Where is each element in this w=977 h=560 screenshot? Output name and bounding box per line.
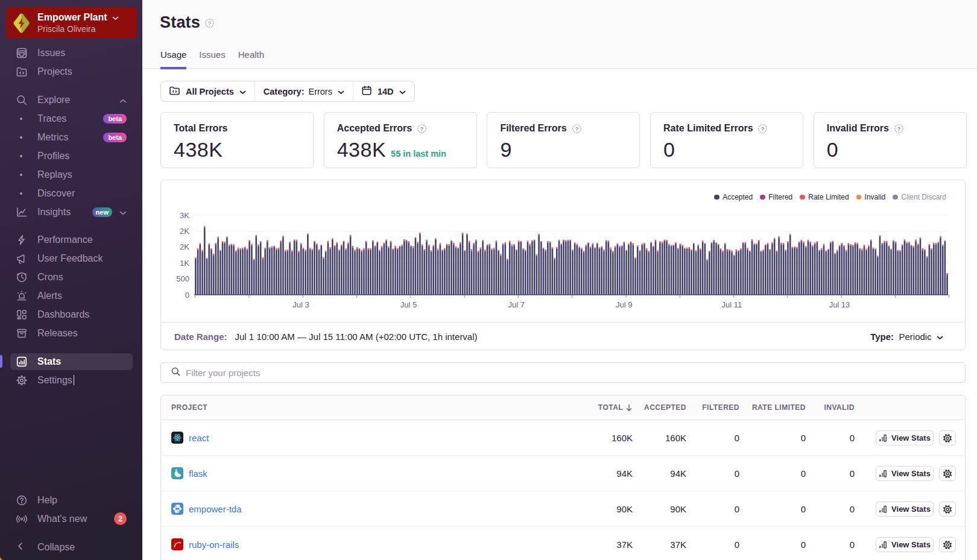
svg-text:500: 500	[176, 274, 189, 283]
svg-text:2K: 2K	[180, 227, 189, 236]
svg-text:?: ?	[575, 125, 578, 131]
svg-text:Jul 3: Jul 3	[292, 300, 309, 309]
svg-text:Jul 7: Jul 7	[508, 300, 524, 309]
svg-text:Jul 5: Jul 5	[400, 300, 417, 309]
svg-text:Jul 13: Jul 13	[829, 300, 850, 309]
svg-text:Jul 11: Jul 11	[722, 300, 742, 309]
svg-text:0: 0	[185, 291, 189, 300]
svg-text:?: ?	[761, 125, 765, 131]
svg-text:1K: 1K	[180, 259, 189, 268]
svg-text:?: ?	[420, 125, 424, 131]
svg-text:Jul 9: Jul 9	[616, 300, 632, 309]
svg-text:3K: 3K	[180, 211, 189, 220]
svg-text:?: ?	[897, 125, 901, 131]
svg-text:?: ?	[208, 20, 211, 27]
svg-text:2K: 2K	[180, 242, 189, 251]
